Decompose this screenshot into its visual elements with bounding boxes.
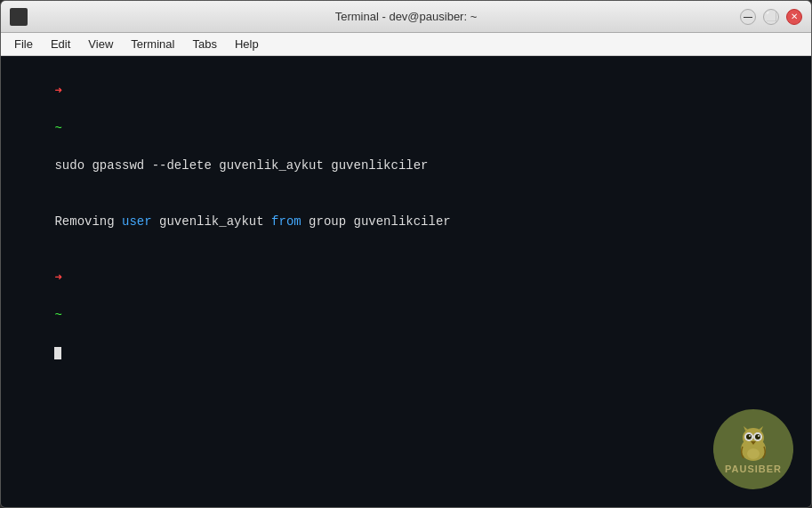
watermark: PAUSIBER: [713, 409, 793, 489]
output-keyword-user: user: [122, 214, 152, 229]
prompt-space: [54, 102, 69, 117]
output-text3: group guvenlikciler: [301, 214, 451, 229]
terminal-command-line: ➜ ~ sudo gpasswd --delete guvenlik_aykut…: [10, 63, 802, 194]
titlebar-buttons: — ⬜ ✕: [740, 9, 802, 25]
cmd-spacing: [54, 140, 69, 154]
watermark-circle: PAUSIBER: [713, 409, 793, 489]
menu-view[interactable]: View: [79, 35, 122, 53]
svg-marker-2: [744, 426, 748, 431]
command-text: sudo gpasswd --delete guvenlik_aykut guv…: [54, 158, 428, 173]
titlebar: Terminal - dev@pausiber: ~ — ⬜ ✕: [1, 1, 811, 33]
terminal-next-prompt: ➜ ~: [10, 250, 802, 381]
svg-point-11: [747, 448, 760, 459]
menu-edit[interactable]: Edit: [42, 35, 79, 53]
window-icon: [10, 8, 28, 26]
titlebar-left: [10, 8, 28, 26]
svg-marker-3: [759, 426, 763, 431]
watermark-text: PAUSIBER: [725, 464, 782, 474]
menu-tabs[interactable]: Tabs: [183, 35, 225, 53]
svg-point-6: [746, 434, 752, 439]
menu-file[interactable]: File: [5, 35, 42, 53]
terminal-output-line: Removing user guvenlik_aykut from group …: [10, 194, 802, 250]
restore-button[interactable]: ⬜: [763, 9, 779, 25]
prompt-arrow-2: ➜: [54, 270, 61, 285]
owl-icon: [731, 424, 776, 462]
prompt-space-3: [54, 327, 69, 341]
prompt-tilde-2: ~: [54, 308, 61, 322]
output-keyword-from: from: [271, 214, 301, 229]
prompt-space-2: [54, 289, 69, 303]
terminal-area[interactable]: ➜ ~ sudo gpasswd --delete guvenlik_aykut…: [1, 56, 811, 507]
prompt-tilde: ~: [54, 121, 61, 135]
window-title: Terminal - dev@pausiber: ~: [335, 10, 478, 23]
prompt-arrow: ➜: [54, 84, 61, 98]
menu-help[interactable]: Help: [226, 35, 268, 53]
menu-terminal[interactable]: Terminal: [122, 35, 183, 53]
svg-point-8: [749, 435, 751, 437]
output-text2: guvenlik_aykut: [152, 214, 271, 229]
output-text: Removing: [54, 214, 122, 229]
terminal-cursor: [54, 347, 61, 359]
svg-point-7: [755, 434, 760, 439]
terminal-window: Terminal - dev@pausiber: ~ — ⬜ ✕ File Ed…: [0, 0, 812, 508]
close-button[interactable]: ✕: [786, 9, 802, 25]
menubar: File Edit View Terminal Tabs Help: [1, 33, 811, 56]
svg-point-9: [758, 435, 760, 437]
minimize-button[interactable]: —: [740, 9, 756, 25]
